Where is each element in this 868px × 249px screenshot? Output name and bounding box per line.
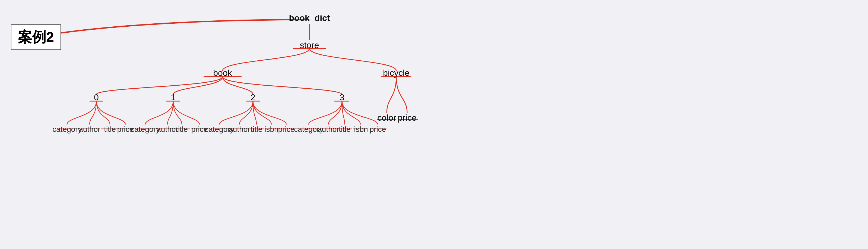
leaf-3-author: author <box>317 125 339 134</box>
root-node-label: book_dict <box>289 13 330 23</box>
leaf-1-category: category <box>130 125 160 134</box>
color-node-label: color <box>377 113 396 123</box>
leaf-0-category: category <box>52 125 82 134</box>
leaf-3-price: price <box>370 125 386 134</box>
store-node-label: store <box>300 40 319 50</box>
tree-diagram <box>0 0 868 249</box>
leaf-1-author: author <box>157 125 178 134</box>
leaf-2-price: price <box>278 125 295 134</box>
case-label-text: 案例2 <box>18 29 54 45</box>
leaf-0-author: author <box>79 125 100 134</box>
node-1-label: 1 <box>171 92 176 103</box>
leaf-2-title: title <box>250 125 262 134</box>
leaf-1-title: title <box>176 125 188 134</box>
leaf-2-isbn: isbn <box>265 125 278 134</box>
case-label: 案例2 <box>11 25 61 50</box>
node-0-label: 0 <box>94 92 99 103</box>
leaf-2-author: author <box>228 125 250 134</box>
node-3-label: 3 <box>340 92 344 103</box>
node-2-label: 2 <box>250 92 255 103</box>
leaf-3-isbn: isbn <box>354 125 368 134</box>
bicycle-node-label: bicycle <box>383 68 410 78</box>
book-node-label: book <box>213 68 232 78</box>
leaf-3-title: title <box>339 125 351 134</box>
price-bicycle-node-label: price <box>398 113 416 123</box>
leaf-0-title: title <box>104 125 116 134</box>
